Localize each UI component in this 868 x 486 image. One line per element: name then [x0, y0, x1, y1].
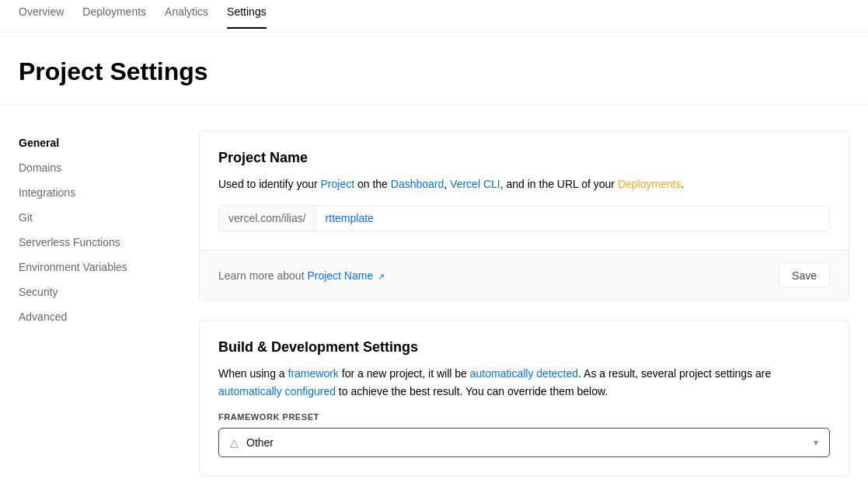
learn-more-text: Learn more about: [218, 269, 307, 282]
main-layout: General Domains Integrations Git Serverl…: [0, 106, 868, 486]
project-name-learn-more: Learn more about Project Name ↗: [218, 269, 385, 282]
sidebar-item-environment-variables[interactable]: Environment Variables: [19, 255, 174, 279]
framework-preset-select[interactable]: △ Other ▾: [218, 428, 830, 457]
build-settings-title: Build & Development Settings: [218, 339, 830, 356]
framework-value: Other: [246, 436, 814, 449]
desc-text-2: on the: [354, 178, 391, 190]
project-name-input[interactable]: [316, 206, 829, 231]
project-name-card-body: Project Name Used to identify your Proje…: [200, 131, 849, 250]
build-settings-description: When using a framework for a new project…: [218, 365, 830, 400]
desc-text-5: .: [682, 178, 685, 190]
build-auto-configured: automatically configured: [218, 385, 336, 397]
nav-settings[interactable]: Settings: [227, 5, 267, 29]
desc-project-link[interactable]: Project: [321, 178, 355, 190]
project-name-title: Project Name: [218, 150, 830, 166]
sidebar-item-serverless-functions[interactable]: Serverless Functions: [19, 230, 174, 255]
build-desc-3: . As a result, several project settings …: [578, 367, 771, 380]
desc-dashboard-link[interactable]: Dashboard: [391, 178, 444, 190]
build-framework-link[interactable]: framework: [288, 367, 339, 380]
nav-overview[interactable]: Overview: [19, 5, 64, 29]
framework-preset-label: FRAMEWORK PRESET: [218, 412, 830, 422]
build-settings-card: Build & Development Settings When using …: [199, 320, 849, 477]
project-name-link[interactable]: Project Name ↗: [307, 269, 385, 282]
project-name-input-group: vercel.com/ilias/: [218, 205, 830, 231]
desc-cli-link[interactable]: Vercel CLI: [450, 178, 500, 190]
desc-deployments-link[interactable]: Deployments: [618, 178, 682, 190]
external-link-icon: ↗: [378, 272, 385, 282]
build-desc-4: to achieve the best result. You can over…: [336, 385, 608, 397]
input-prefix: vercel.com/ilias/: [219, 206, 316, 231]
desc-text-1: Used to identify your: [218, 178, 321, 190]
page-header: Project Settings: [0, 33, 868, 106]
nav-deployments[interactable]: Deployments: [82, 5, 146, 29]
build-desc-1: When using a: [218, 367, 288, 380]
framework-icon: △: [230, 436, 239, 449]
build-desc-2: for a new project, it will be: [339, 367, 470, 380]
main-content: Project Name Used to identify your Proje…: [199, 130, 849, 477]
project-name-description: Used to identify your Project on the Das…: [218, 175, 830, 193]
select-inner[interactable]: △ Other ▾: [219, 429, 829, 456]
sidebar: General Domains Integrations Git Serverl…: [19, 130, 174, 477]
build-settings-card-body: Build & Development Settings When using …: [200, 321, 849, 476]
sidebar-item-git[interactable]: Git: [19, 205, 174, 230]
nav-analytics[interactable]: Analytics: [165, 5, 208, 29]
project-name-card: Project Name Used to identify your Proje…: [199, 130, 849, 301]
project-name-card-footer: Learn more about Project Name ↗ Save: [200, 250, 849, 300]
save-button[interactable]: Save: [779, 263, 830, 288]
chevron-down-icon: ▾: [814, 437, 818, 448]
sidebar-item-security[interactable]: Security: [19, 279, 174, 304]
build-auto-detected: automatically detected: [470, 367, 578, 380]
sidebar-item-domains[interactable]: Domains: [19, 155, 174, 180]
sidebar-item-general[interactable]: General: [19, 130, 174, 155]
top-nav: Overview Deployments Analytics Settings: [0, 0, 868, 33]
desc-text-3: ,: [444, 178, 450, 190]
sidebar-item-advanced[interactable]: Advanced: [19, 304, 174, 329]
page-title: Project Settings: [19, 57, 849, 86]
sidebar-item-integrations[interactable]: Integrations: [19, 180, 174, 205]
desc-text-4: , and in the URL of your: [500, 178, 618, 190]
